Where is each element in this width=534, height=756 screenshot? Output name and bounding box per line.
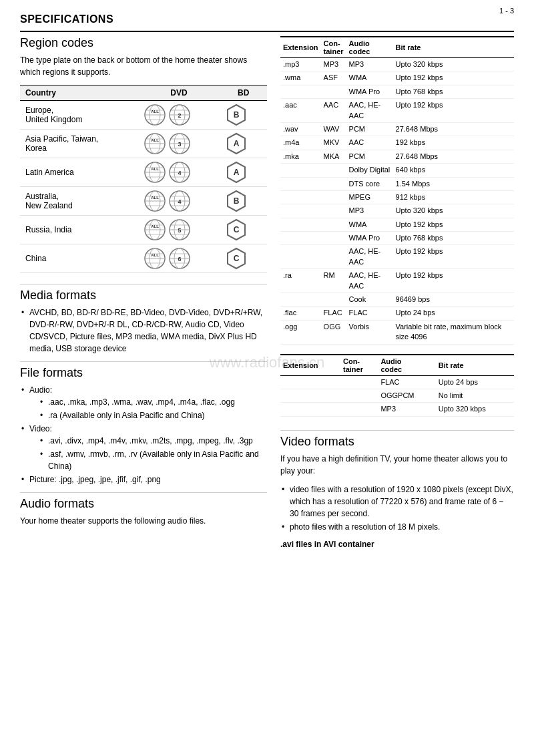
region-country: Europe, United Kingdom bbox=[20, 101, 138, 130]
region-bd-icons: C bbox=[220, 244, 267, 273]
region-codes-section: Region codes The type plate on the back … bbox=[20, 36, 267, 273]
region-table-row: China ALL 6 C bbox=[20, 244, 267, 273]
audio-cell-ext: .ogg bbox=[280, 320, 321, 344]
audio-cell-ext bbox=[280, 85, 321, 98]
audio-cell-ext bbox=[280, 232, 321, 245]
svg-text:ALL: ALL bbox=[151, 196, 159, 200]
file-format-subitem: .asf, .wmv, .rmvb, .rm, .rv (Available o… bbox=[39, 448, 267, 472]
file-format-subitem: .ra (Available only in Asia Pacific and … bbox=[39, 409, 267, 421]
audio-cell-bitrate: Upto 192 kbps bbox=[393, 218, 514, 231]
file-format-subitem: .avi, .divx, .mp4, .m4v, .mkv, .m2ts, .m… bbox=[39, 435, 267, 447]
audio2-cell-container bbox=[340, 389, 378, 402]
audio-cell-codec: AAC, HE-AAC bbox=[346, 99, 393, 123]
audio-table-row: OGGPCMNo limit bbox=[280, 389, 514, 402]
audio-table-row: .oggOGGVorbisVariable bit rate, maximum … bbox=[280, 320, 514, 344]
audio2-cell-container bbox=[340, 403, 378, 416]
audio-cell-container bbox=[321, 293, 346, 307]
audio-cell-ext bbox=[280, 190, 321, 204]
col-country: Country bbox=[20, 85, 138, 101]
region-table-row: Russia, India ALL 5 C bbox=[20, 216, 267, 244]
right-column: Extension Con-tainer Audiocodec Bit rate… bbox=[280, 36, 514, 549]
audio-table-row: AAC, HE-AACUpto 192 kbps bbox=[280, 245, 514, 269]
audio-table-row: WMAUpto 192 kbps bbox=[280, 218, 514, 231]
region-country: Australia, New Zealand bbox=[20, 187, 138, 216]
audio-table-row: WMA ProUpto 768 kbps bbox=[280, 232, 514, 245]
audio-table-row: MP3Upto 320 kbps bbox=[280, 204, 514, 218]
audio-cell-container: RM bbox=[321, 269, 346, 293]
audio-cell-bitrate: 192 kbps bbox=[393, 136, 514, 150]
region-country: Latin America bbox=[20, 158, 138, 187]
svg-text:ALL: ALL bbox=[151, 138, 159, 142]
audio-cell-codec: AAC, HE-AAC bbox=[346, 269, 393, 293]
left-column: Region codes The type plate on the back … bbox=[20, 36, 267, 549]
audio-cell-container bbox=[321, 245, 346, 269]
video-format-item: photo files with a resolution of 18 M pi… bbox=[280, 521, 514, 533]
audio-table-row: .mkaMKAPCM27.648 Mbps bbox=[280, 150, 514, 163]
audio-cell-ext: .wma bbox=[280, 71, 321, 85]
audio-cell-bitrate: 1.54 Mbps bbox=[393, 177, 514, 190]
audio-cell-ext bbox=[280, 177, 321, 190]
region-dvd-icons: ALL 2 bbox=[138, 101, 220, 130]
video-format-item: video files with a resolution of 1920 x … bbox=[280, 484, 514, 520]
audio-cell-codec: WMA bbox=[346, 218, 393, 231]
svg-text:ALL: ALL bbox=[151, 167, 159, 171]
audio-cell-bitrate: Upto 192 kbps bbox=[393, 99, 514, 123]
region-dvd-icons: ALL 4 bbox=[138, 158, 220, 187]
page-number: 1 - 3 bbox=[499, 7, 514, 15]
audio-table-row: .flacFLACFLACUpto 24 bps bbox=[280, 307, 514, 320]
video-formats-title: Video formats bbox=[280, 435, 514, 449]
audio-cell-bitrate: Upto 320 kbps bbox=[393, 58, 514, 71]
svg-text:ALL: ALL bbox=[151, 110, 159, 114]
media-format-item: AVCHD, BD, BD-R/ BD-RE, BD-Video, DVD-Vi… bbox=[20, 307, 267, 355]
audio-table-row: Dolby Digital640 kbps bbox=[280, 164, 514, 177]
audio-cell-bitrate: 640 kbps bbox=[393, 164, 514, 177]
audio-cell-codec: Vorbis bbox=[346, 320, 393, 344]
audio2-cell-bitrate: Upto 320 kbps bbox=[436, 403, 514, 416]
region-bd-icons: C bbox=[220, 216, 267, 244]
audio-cell-codec: Cook bbox=[346, 293, 393, 307]
audio-cell-container bbox=[321, 164, 346, 177]
video-bold-note: .avi files in AVI container bbox=[280, 540, 514, 549]
audio-cell-codec: MP3 bbox=[346, 58, 393, 71]
svg-text:4: 4 bbox=[178, 170, 181, 176]
svg-text:A: A bbox=[234, 168, 240, 177]
region-table-row: Australia, New Zealand ALL 4 B bbox=[20, 187, 267, 216]
region-table-row: Europe, United Kingdom ALL 2 B bbox=[20, 101, 267, 130]
audio-table-row: MPEG912 kbps bbox=[280, 190, 514, 204]
media-formats-title: Media formats bbox=[20, 289, 267, 303]
audio-cell-codec: PCM bbox=[346, 150, 393, 163]
col-dvd: DVD bbox=[138, 85, 220, 101]
audio-cell-ext: .aac bbox=[280, 99, 321, 123]
audio2-col-codec: Audiocodec bbox=[378, 355, 435, 376]
audio-cell-codec: DTS core bbox=[346, 177, 393, 190]
audio-cell-container bbox=[321, 85, 346, 98]
audio-cell-codec: WMA bbox=[346, 71, 393, 85]
audio-cell-container: AAC bbox=[321, 99, 346, 123]
audio-cell-codec: Dolby Digital bbox=[346, 164, 393, 177]
col-bd: BD bbox=[220, 85, 267, 101]
file-format-subitem: .aac, .mka, .mp3, .wma, .wav, .mp4, .m4a… bbox=[39, 396, 267, 408]
audio-cell-ext: .flac bbox=[280, 307, 321, 320]
svg-text:3: 3 bbox=[178, 141, 181, 148]
region-bd-icons: B bbox=[220, 101, 267, 130]
svg-text:4: 4 bbox=[178, 198, 181, 205]
audio-cell-codec: WMA Pro bbox=[346, 85, 393, 98]
audio-table-row: FLACUpto 24 bps bbox=[280, 375, 514, 389]
audio2-cell-ext bbox=[280, 403, 340, 416]
region-dvd-icons: ALL 4 bbox=[138, 187, 220, 216]
audio-cell-ext: .ra bbox=[280, 269, 321, 293]
audio-cell-codec: WMA Pro bbox=[346, 232, 393, 245]
audio-cell-codec: AAC, HE-AAC bbox=[346, 245, 393, 269]
region-table-row: Latin America ALL 4 A bbox=[20, 158, 267, 187]
audio-cell-container bbox=[321, 190, 346, 204]
audio-table-row: .wmaASFWMAUpto 192 kbps bbox=[280, 71, 514, 85]
audio2-cell-ext bbox=[280, 389, 340, 402]
region-codes-table: Country DVD BD Europe, United Kingdom AL… bbox=[20, 85, 267, 273]
file-format-item: Audio:.aac, .mka, .mp3, .wma, .wav, .mp4… bbox=[20, 384, 267, 421]
audio2-cell-codec: OGGPCM bbox=[378, 389, 435, 402]
video-formats-desc: If you have a high definition TV, your h… bbox=[280, 453, 514, 477]
audio-cell-container: MKV bbox=[321, 136, 346, 150]
audio2-cell-ext bbox=[280, 375, 340, 389]
audio-col-container: Con-tainer bbox=[321, 37, 346, 58]
svg-text:5: 5 bbox=[178, 227, 181, 234]
